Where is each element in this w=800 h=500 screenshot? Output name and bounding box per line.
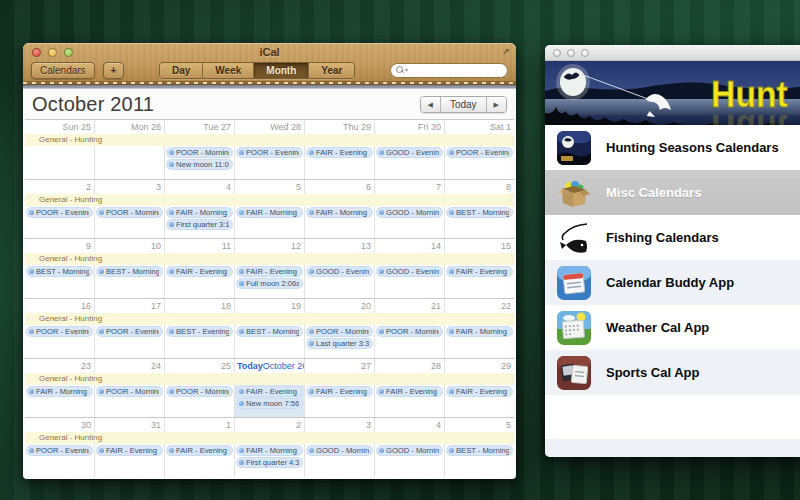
day-cell[interactable]: FAIR - Evening: [305, 146, 375, 179]
event-pill[interactable]: FAIR - Morning: [446, 326, 513, 337]
event-pill[interactable]: FAIR - Evening: [166, 445, 233, 456]
all-day-event-hunting[interactable]: General - Hunting: [25, 194, 514, 206]
event-pill[interactable]: GOOD - Evening: [306, 266, 373, 277]
date-label[interactable]: 8: [445, 180, 514, 194]
event-pill[interactable]: POOR - Evening: [26, 207, 93, 218]
event-pill[interactable]: POOR - Evening: [446, 147, 513, 158]
day-cell[interactable]: BEST - Evening: [165, 325, 235, 358]
list-item-weather-cal-app[interactable]: Weather Cal App: [545, 305, 800, 350]
date-label[interactable]: 5: [445, 418, 514, 432]
date-label[interactable]: 7: [375, 180, 445, 194]
day-cell[interactable]: GOOD - Morning: [305, 444, 375, 477]
day-cell[interactable]: POOR - MorningLast quarter 3:30am: [305, 325, 375, 358]
all-day-event-hunting[interactable]: General - Hunting: [25, 373, 514, 385]
event-pill[interactable]: POOR - Evening: [236, 147, 303, 158]
day-cell[interactable]: FAIR - Morning: [445, 325, 514, 358]
day-cell[interactable]: FAIR - Morning: [25, 385, 95, 418]
date-label[interactable]: 29: [445, 359, 514, 373]
event-pill[interactable]: FAIR - Evening: [96, 445, 163, 456]
date-label[interactable]: TodayOctober 26: [235, 359, 305, 373]
date-label[interactable]: Sat 1: [445, 120, 514, 134]
date-label[interactable]: 20: [305, 299, 375, 313]
day-cell[interactable]: FAIR - Evening: [445, 385, 514, 418]
add-event-button[interactable]: +: [103, 62, 125, 79]
event-pill[interactable]: POOR - Morning: [166, 386, 233, 397]
close-button[interactable]: [32, 48, 41, 57]
event-pill[interactable]: POOR - Evening: [96, 326, 163, 337]
event-pill[interactable]: First quarter 4:38pm: [236, 457, 303, 468]
view-tab-day[interactable]: Day: [160, 63, 203, 78]
event-pill[interactable]: FAIR - Evening: [306, 386, 373, 397]
day-cell[interactable]: GOOD - Morning: [375, 206, 445, 239]
date-label[interactable]: 31: [95, 418, 165, 432]
date-label[interactable]: Thu 29: [305, 120, 375, 134]
today-button[interactable]: Today: [441, 97, 487, 112]
zoom-button-inactive[interactable]: [581, 49, 589, 57]
event-pill[interactable]: FAIR - Morning: [166, 207, 233, 218]
list-item-calendar-buddy-app[interactable]: Calendar Buddy App: [545, 260, 800, 305]
date-label[interactable]: 11: [165, 239, 235, 253]
view-tab-week[interactable]: Week: [203, 63, 254, 78]
date-label[interactable]: Fri 30: [375, 120, 445, 134]
day-cell[interactable]: GOOD - Morning: [375, 444, 445, 477]
date-label[interactable]: 15: [445, 239, 514, 253]
next-month-button[interactable]: ▶: [487, 97, 506, 112]
date-label[interactable]: 23: [25, 359, 95, 373]
date-label[interactable]: 14: [375, 239, 445, 253]
date-label[interactable]: 3: [95, 180, 165, 194]
day-cell[interactable]: POOR - MorningNew moon 11:09am: [165, 146, 235, 179]
date-label[interactable]: 9: [25, 239, 95, 253]
day-cell[interactable]: POOR - Morning: [95, 206, 165, 239]
day-cell[interactable]: GOOD - Evening: [305, 265, 375, 298]
day-cell[interactable]: FAIR - Evening: [95, 444, 165, 477]
event-pill[interactable]: Last quarter 3:30am: [306, 338, 373, 349]
day-cell[interactable]: FAIR - Morning: [305, 206, 375, 239]
search-field[interactable]: ▾: [390, 63, 508, 78]
search-input[interactable]: [409, 65, 502, 75]
date-label[interactable]: 16: [25, 299, 95, 313]
day-cell[interactable]: BEST - Morning: [445, 444, 514, 477]
event-pill[interactable]: FAIR - Evening: [446, 386, 513, 397]
event-pill[interactable]: FAIR - Morning: [306, 207, 373, 218]
event-pill[interactable]: GOOD - Evening: [376, 147, 443, 158]
date-label[interactable]: Mon 26: [95, 120, 165, 134]
date-label[interactable]: 10: [95, 239, 165, 253]
day-cell[interactable]: GOOD - Evening: [375, 265, 445, 298]
list-item-hunting-seasons-calendars[interactable]: Hunting Seasons Calendars: [545, 125, 800, 170]
day-cell[interactable]: FAIR - Evening: [305, 385, 375, 418]
calendars-button[interactable]: Calendars: [31, 62, 95, 79]
date-label[interactable]: 30: [25, 418, 95, 432]
all-day-event-hunting[interactable]: General - Hunting: [25, 134, 514, 146]
day-cell[interactable]: BEST - Morning: [95, 265, 165, 298]
day-cell[interactable]: FAIR - Evening: [375, 385, 445, 418]
event-pill[interactable]: New moon 7:56pm: [236, 398, 303, 409]
minimize-button[interactable]: [48, 48, 57, 57]
date-label[interactable]: 12: [235, 239, 305, 253]
event-pill[interactable]: POOR - Morning: [166, 147, 233, 158]
zoom-button[interactable]: [64, 48, 73, 57]
day-cell[interactable]: BEST - Morning: [25, 265, 95, 298]
day-cell[interactable]: FAIR - Evening: [165, 265, 235, 298]
view-tab-month[interactable]: Month: [254, 63, 309, 78]
date-label[interactable]: Tue 27: [165, 120, 235, 134]
event-pill[interactable]: GOOD - Morning: [306, 445, 373, 456]
date-label[interactable]: 6: [305, 180, 375, 194]
date-label[interactable]: Wed 28: [235, 120, 305, 134]
event-pill[interactable]: BEST - Morning: [96, 266, 163, 277]
date-label[interactable]: 21: [375, 299, 445, 313]
day-cell[interactable]: GOOD - Evening: [375, 146, 445, 179]
close-button-inactive[interactable]: [553, 49, 561, 57]
day-cell[interactable]: FAIR - MorningFirst quarter 3:15am: [165, 206, 235, 239]
day-cell[interactable]: FAIR - Evening: [165, 444, 235, 477]
day-cell[interactable]: BEST - Morning: [235, 325, 305, 358]
date-label[interactable]: 13: [305, 239, 375, 253]
list-item-fishing-calendars[interactable]: Fishing Calendars: [545, 215, 800, 260]
day-cell[interactable]: FAIR - EveningFull moon 2:06am: [235, 265, 305, 298]
ical-titlebar[interactable]: iCal ⇗: [23, 44, 516, 58]
date-label[interactable]: 24: [95, 359, 165, 373]
day-cell[interactable]: BEST - Morning: [445, 206, 514, 239]
day-cell[interactable]: POOR - Evening: [25, 325, 95, 358]
all-day-event-hunting[interactable]: General - Hunting: [25, 253, 514, 265]
date-label[interactable]: 4: [165, 180, 235, 194]
day-cell[interactable]: FAIR - Morning: [235, 206, 305, 239]
